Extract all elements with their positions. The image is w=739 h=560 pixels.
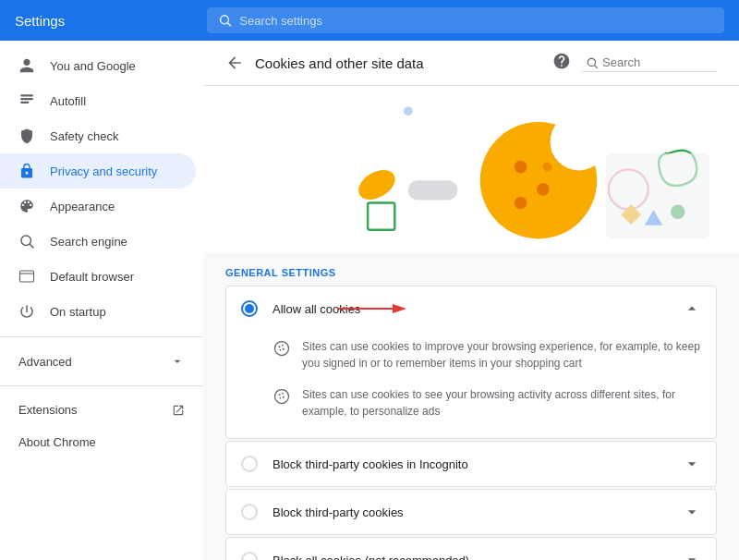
svg-point-20 — [515, 197, 527, 210]
settings-title: Settings — [15, 13, 200, 29]
sidebar-item-extensions[interactable]: Extensions — [0, 394, 203, 426]
radio-label: Block all cookies (not recommended) — [273, 554, 683, 561]
radio-option-block-incognito-header[interactable]: Block third-party cookies in Incognito — [226, 442, 716, 486]
cookie-icon-1 — [273, 339, 291, 358]
settings-content: General settings Allow all cookies — [203, 252, 739, 560]
expanded-row-1: Sites can use cookies to improve your br… — [273, 331, 701, 379]
svg-line-10 — [595, 65, 598, 67]
page-title: Cookies and other site data — [255, 55, 424, 71]
content-search[interactable] — [582, 54, 717, 72]
sidebar-item-privacy-security[interactable]: Privacy and security — [0, 153, 196, 189]
svg-point-32 — [283, 348, 285, 350]
sidebar-item-you-and-google[interactable]: You and Google — [0, 48, 196, 83]
radio-option-allow-all-header[interactable]: Allow all cookies — [226, 286, 716, 331]
svg-point-9 — [588, 58, 595, 66]
sidebar-label: Safety check — [50, 129, 118, 143]
svg-point-35 — [279, 394, 281, 396]
svg-point-12 — [404, 106, 413, 116]
sidebar-label: Autofill — [50, 94, 86, 108]
svg-point-18 — [515, 161, 527, 174]
description-1: Sites can use cookies to improve your br… — [302, 338, 701, 371]
browser-icon — [18, 268, 35, 285]
sidebar: You and Google Autofill Safety check Pri… — [0, 41, 203, 560]
help-icon[interactable] — [552, 52, 571, 74]
content-area: Cookies and other site data — [203, 41, 739, 560]
sidebar-item-about-chrome[interactable]: About Chrome — [0, 426, 203, 458]
radio-option-allow-all: Allow all cookies Sites can use cookies … — [225, 286, 717, 439]
svg-point-34 — [275, 390, 289, 404]
sidebar-label: Default browser — [50, 270, 134, 284]
expanded-row-2: Sites can use cookies to see your browsi… — [273, 379, 701, 427]
lock-icon — [18, 163, 35, 179]
person-icon — [18, 57, 35, 74]
advanced-section[interactable]: Advanced — [0, 345, 203, 378]
sidebar-item-appearance[interactable]: Appearance — [0, 189, 196, 224]
svg-point-37 — [283, 396, 285, 398]
sidebar-item-on-startup[interactable]: On startup — [0, 294, 196, 329]
about-label: About Chrome — [18, 435, 96, 449]
main-layout: You and Google Autofill Safety check Pri… — [0, 41, 739, 560]
radio-option-block-third-party-header[interactable]: Block third-party cookies — [226, 490, 716, 534]
radio-label: Block third-party cookies — [273, 505, 683, 519]
radio-unselected — [241, 456, 258, 472]
content-header-left: Cookies and other site data — [225, 54, 424, 72]
advanced-label: Advanced — [18, 355, 155, 369]
svg-point-36 — [282, 393, 284, 395]
svg-rect-14 — [408, 180, 458, 200]
content-search-input[interactable] — [602, 55, 713, 69]
svg-point-30 — [279, 346, 281, 347]
radio-unselected — [241, 504, 258, 520]
chevron-down-icon — [683, 455, 701, 473]
svg-point-17 — [551, 113, 608, 170]
radio-selected — [241, 300, 258, 317]
section-label: General settings — [225, 267, 717, 278]
chevron-up-icon — [683, 299, 701, 318]
svg-rect-2 — [20, 94, 33, 96]
sidebar-label: Appearance — [50, 200, 115, 213]
svg-rect-4 — [20, 102, 29, 103]
search-icon-small — [586, 56, 599, 69]
search-input[interactable] — [239, 14, 713, 28]
radio-option-block-third-party: Block third-party cookies — [225, 489, 717, 535]
search-engine-icon — [18, 233, 35, 250]
svg-point-29 — [275, 342, 289, 356]
chevron-down-icon — [683, 551, 701, 560]
power-icon — [18, 303, 35, 320]
back-button[interactable] — [225, 54, 244, 72]
svg-line-1 — [228, 23, 232, 27]
svg-rect-26 — [606, 153, 709, 238]
svg-point-19 — [537, 183, 550, 196]
description-2: Sites can use cookies to see your browsi… — [302, 386, 701, 420]
divider — [0, 336, 203, 337]
appearance-icon — [18, 198, 35, 214]
sidebar-item-autofill[interactable]: Autofill — [0, 83, 196, 118]
radio-label: Allow all cookies — [273, 302, 683, 316]
chevron-down-icon — [170, 354, 185, 369]
svg-point-31 — [282, 345, 284, 347]
cookies-illustration — [203, 86, 739, 252]
extensions-label: Extensions — [18, 403, 157, 417]
chevron-down-icon — [683, 503, 701, 521]
svg-point-5 — [21, 236, 31, 246]
top-bar: Settings — [0, 0, 739, 41]
svg-point-21 — [543, 163, 552, 172]
svg-rect-7 — [20, 271, 34, 282]
content-header-right — [552, 52, 717, 74]
svg-point-38 — [280, 397, 282, 399]
content-header: Cookies and other site data — [203, 41, 739, 86]
sidebar-label: Privacy and security — [50, 164, 157, 178]
shield-icon — [18, 128, 35, 144]
external-link-icon — [172, 404, 185, 417]
top-search-bar[interactable] — [207, 7, 724, 33]
cookie-icon-2 — [273, 387, 291, 406]
sidebar-item-search-engine[interactable]: Search engine — [0, 224, 196, 259]
sidebar-label: Search engine — [50, 235, 127, 249]
sidebar-item-safety-check[interactable]: Safety check — [0, 118, 196, 153]
svg-line-6 — [30, 244, 33, 248]
autofill-icon — [18, 92, 35, 109]
radio-option-block-all: Block all cookies (not recommended) — [225, 537, 717, 560]
divider — [0, 385, 203, 386]
search-icon — [218, 13, 232, 28]
radio-option-block-all-header[interactable]: Block all cookies (not recommended) — [226, 538, 716, 560]
sidebar-item-default-browser[interactable]: Default browser — [0, 259, 196, 294]
